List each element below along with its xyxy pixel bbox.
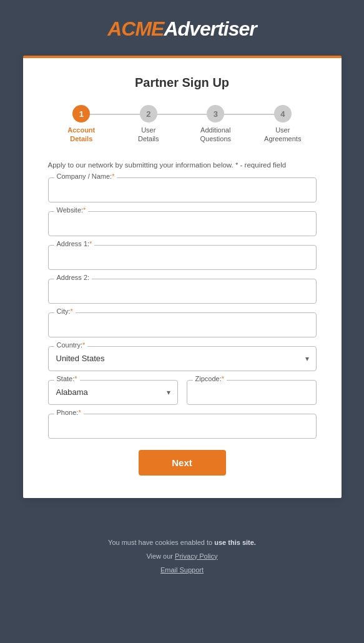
city-input[interactable] (48, 312, 317, 337)
address1-field-group: Address 1:* (48, 245, 317, 270)
cookies-notice: You must have cookies enabled to use thi… (0, 536, 364, 549)
logo-advertiser: Advertiser (164, 17, 256, 40)
step-4: 4 UserAgreements (249, 105, 317, 144)
company-input[interactable] (48, 177, 317, 202)
step-4-circle: 4 (274, 105, 292, 122)
step-1-circle: 1 (72, 105, 90, 122)
city-label: City:* (54, 307, 76, 315)
country-select[interactable]: United States Canada United Kingdom Aust… (48, 346, 317, 371)
step-1: 1 AccountDetails (48, 105, 116, 144)
form-outer: Partner Sign Up 1 AccountDetails 2 UserD… (23, 56, 342, 498)
header: ACMEAdvertiser (0, 0, 364, 56)
step-2-label: UserDetails (138, 126, 159, 144)
country-field-group: Country:* United States Canada United Ki… (48, 346, 317, 371)
company-label: Company / Name:* (54, 172, 117, 180)
country-select-wrapper: United States Canada United Kingdom Aust… (48, 346, 317, 371)
privacy-policy-link[interactable]: Privacy Policy (175, 552, 217, 560)
address2-field-group: Address 2: (48, 279, 317, 304)
website-label: Website:* (54, 206, 89, 214)
company-field-group: Company / Name:* (48, 177, 317, 202)
logo: ACMEAdvertiser (107, 17, 257, 41)
state-select[interactable]: Alabama Alaska Arizona California Colora… (48, 380, 178, 405)
logo-acme: ACME (107, 17, 164, 40)
state-select-wrapper: Alabama Alaska Arizona California Colora… (48, 380, 178, 405)
country-label: Country:* (54, 341, 88, 349)
step-3-circle: 3 (207, 105, 224, 122)
zipcode-field-group: Zipcode:* (187, 380, 317, 405)
step-4-label: UserAgreements (264, 126, 301, 144)
footer: You must have cookies enabled to use thi… (0, 523, 364, 594)
address2-input[interactable] (48, 279, 317, 304)
step-2: 2 UserDetails (115, 105, 182, 144)
zipcode-input[interactable] (187, 380, 317, 405)
phone-label: Phone:* (54, 409, 84, 416)
stepper: 1 AccountDetails 2 UserDetails 3 Additio… (48, 105, 317, 144)
website-field-group: Website:* (48, 211, 317, 236)
state-field-group: State:* Alabama Alaska Arizona Californi… (48, 380, 178, 405)
step-3-label: AdditionalQuestions (200, 126, 231, 144)
address2-label: Address 2: (54, 274, 92, 281)
state-label: State:* (54, 375, 80, 382)
website-input[interactable] (48, 211, 317, 236)
state-zip-row: State:* Alabama Alaska Arizona Californi… (48, 380, 317, 405)
step-3: 3 AdditionalQuestions (182, 105, 250, 144)
phone-input[interactable] (48, 414, 317, 439)
privacy-policy-line: View our Privacy Policy (0, 549, 364, 563)
form-description: Apply to our network by submitting your … (48, 161, 317, 169)
next-button[interactable]: Next (139, 450, 226, 476)
city-field-group: City:* (48, 312, 317, 337)
form-container-wrapper: Partner Sign Up 1 AccountDetails 2 UserD… (0, 56, 364, 523)
email-support-link[interactable]: Email Support (160, 566, 204, 574)
step-2-circle: 2 (140, 105, 157, 122)
phone-field-group: Phone:* (48, 414, 317, 439)
form-title: Partner Sign Up (48, 76, 317, 90)
zipcode-label: Zipcode:* (193, 375, 227, 382)
address1-input[interactable] (48, 245, 317, 270)
step-1-label: AccountDetails (67, 126, 95, 144)
address1-label: Address 1:* (54, 240, 95, 247)
